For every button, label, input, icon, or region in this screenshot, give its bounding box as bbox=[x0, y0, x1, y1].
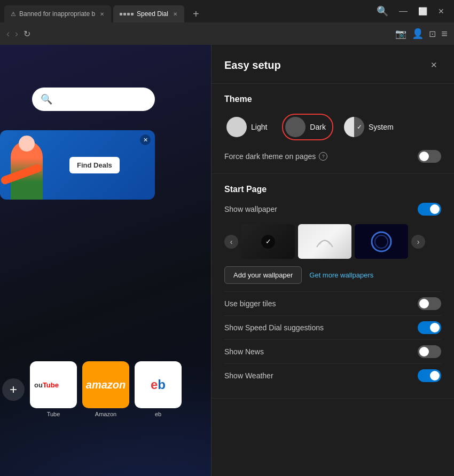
wallpaper-thumb-light[interactable] bbox=[298, 224, 351, 259]
start-page-title: Start Page bbox=[224, 185, 441, 194]
svg-point-1 bbox=[375, 235, 388, 248]
search-bar-icon: 🔍 bbox=[41, 93, 52, 105]
setting-row-show-weather: Show Weather bbox=[224, 363, 441, 387]
find-deals-button[interactable]: Find Deals bbox=[69, 157, 120, 173]
theme-option-light[interactable]: Light bbox=[224, 115, 273, 139]
force-dark-toggle[interactable] bbox=[418, 150, 441, 163]
more-wallpapers-link[interactable]: Get more wallpapers bbox=[309, 271, 373, 279]
theme-dark-label: Dark bbox=[310, 123, 326, 131]
profile-icon[interactable]: 👤 bbox=[412, 28, 424, 39]
dial-tile-youtube-label: Tube bbox=[47, 411, 60, 417]
wallpaper-thumb-dark[interactable]: ✓ bbox=[241, 224, 295, 259]
bigger-tiles-label: Use bigger tiles bbox=[224, 299, 276, 308]
show-wallpaper-toggle[interactable] bbox=[418, 203, 441, 216]
panel-header: Easy setup ✕ bbox=[212, 45, 454, 84]
pip-icon[interactable]: ⊡ bbox=[429, 29, 436, 39]
tab-banned-close[interactable]: ✕ bbox=[98, 10, 106, 18]
setting-row-show-news: Show News bbox=[224, 339, 441, 363]
close-window-button[interactable]: ✕ bbox=[438, 7, 444, 15]
panel-close-button[interactable]: ✕ bbox=[426, 58, 441, 73]
start-page-section: Start Page Show wallpaper ‹ ✓ bbox=[212, 174, 454, 399]
settings-icon[interactable]: ≡ bbox=[441, 28, 448, 40]
reload-icon[interactable]: ↻ bbox=[24, 29, 30, 39]
speed-dial-suggestions-toggle[interactable] bbox=[418, 321, 441, 334]
tab-speeddial-close[interactable]: ✕ bbox=[171, 10, 179, 18]
tab-banned-label: Banned for inappropriate b bbox=[19, 10, 95, 18]
carousel-next[interactable]: › bbox=[411, 235, 425, 249]
tab-banned-favicon: ⚠ bbox=[11, 11, 16, 18]
speed-dial-suggestions-label: Show Speed Dial suggestions bbox=[224, 323, 324, 332]
tab-banned[interactable]: ⚠ Banned for inappropriate b ✕ bbox=[4, 5, 111, 22]
theme-light-label: Light bbox=[251, 123, 267, 131]
dial-tile-amazon-label: Amazon bbox=[95, 411, 116, 417]
search-bar[interactable]: 🔍 bbox=[32, 88, 155, 111]
carousel-prev[interactable]: ‹ bbox=[224, 235, 238, 249]
add-wallpaper-button[interactable]: Add your wallpaper bbox=[224, 266, 302, 284]
add-tile-button[interactable]: + bbox=[2, 378, 25, 401]
show-weather-toggle[interactable] bbox=[418, 369, 441, 382]
show-weather-label: Show Weather bbox=[224, 371, 273, 380]
new-tab-button[interactable]: + bbox=[187, 5, 205, 22]
show-wallpaper-label: Show wallpaper bbox=[224, 205, 277, 213]
forward-icon[interactable]: › bbox=[15, 28, 18, 39]
show-news-label: Show News bbox=[224, 347, 264, 356]
theme-option-system[interactable]: ✓ System bbox=[342, 115, 400, 139]
force-dark-help-icon[interactable]: ? bbox=[319, 152, 327, 161]
tab-speeddial-label: Speed Dial bbox=[137, 10, 168, 18]
dial-tile-amazon[interactable]: amazon Amazon bbox=[82, 361, 129, 417]
theme-section-title: Theme bbox=[224, 94, 441, 104]
show-news-toggle[interactable] bbox=[418, 345, 441, 358]
dial-tile-youtube[interactable]: ou Tube Tube bbox=[30, 361, 77, 417]
theme-section: Theme Light Dark ✓ bbox=[212, 84, 454, 174]
main-content: 🔍 Find Deals ✕ + ou Tube Tube bbox=[0, 45, 454, 476]
bigger-tiles-toggle[interactable] bbox=[418, 297, 441, 310]
setting-row-speed-dial-suggestions: Show Speed Dial suggestions bbox=[224, 315, 441, 339]
dial-tile-ebay-label: eb bbox=[155, 411, 161, 417]
camera-icon[interactable]: 📷 bbox=[395, 28, 406, 39]
tab-speeddial[interactable]: Speed Dial ✕ bbox=[113, 5, 184, 22]
force-dark-label: Force dark theme on pages ? bbox=[224, 152, 327, 161]
back-icon[interactable]: ‹ bbox=[6, 28, 10, 39]
panel-title: Easy setup bbox=[224, 59, 281, 72]
close-banner-button[interactable]: ✕ bbox=[140, 134, 151, 145]
search-toolbar-icon[interactable]: 🔍 bbox=[377, 5, 388, 17]
theme-system-label: System bbox=[369, 123, 394, 131]
setting-row-bigger-tiles: Use bigger tiles bbox=[224, 291, 441, 315]
maximize-button[interactable]: ⬜ bbox=[418, 7, 427, 15]
wallpaper-thumb-blue[interactable] bbox=[355, 224, 408, 259]
ad-banner: Find Deals ✕ bbox=[0, 130, 155, 200]
dial-tile-ebay[interactable]: eb eb bbox=[135, 361, 182, 417]
minimize-button[interactable]: — bbox=[399, 6, 408, 16]
easy-setup-panel: Easy setup ✕ Theme Light Dark bbox=[211, 45, 454, 476]
theme-option-dark[interactable]: Dark bbox=[282, 114, 333, 140]
